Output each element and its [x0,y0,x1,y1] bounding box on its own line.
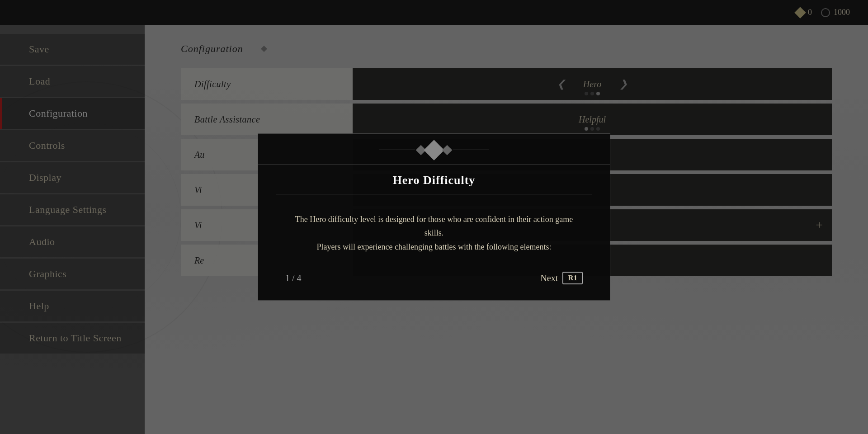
deco-line-left [379,150,415,150]
deco-line-right [453,150,489,150]
modal-overlay: Hero Difficulty The Hero difficulty leve… [0,0,868,434]
modal-next-label: Next [540,273,558,283]
modal-body: The Hero difficulty level is designed fo… [258,208,610,263]
modal-separator [276,194,592,194]
modal-title: Hero Difficulty [258,165,610,192]
modal-diamond-decoration [379,143,489,157]
modal-next-button[interactable]: Next R1 [540,272,583,284]
modal-dialog: Hero Difficulty The Hero difficulty leve… [258,133,610,301]
r1-badge: R1 [562,272,583,284]
modal-page-indicator: 1 / 4 [285,273,302,283]
modal-top-decoration [258,134,610,165]
deco-diamond-center [424,140,444,160]
modal-footer: 1 / 4 Next R1 [258,263,610,287]
deco-diamond-right [442,145,453,155]
modal-description: The Hero difficulty level is designed fo… [285,212,583,254]
